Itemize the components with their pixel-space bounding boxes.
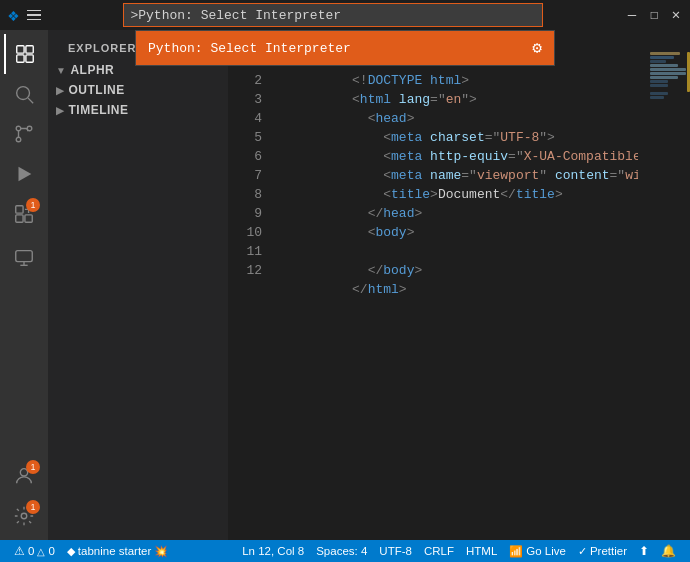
svg-rect-3 (26, 55, 33, 62)
tabnine-arrow: 💥 (154, 545, 168, 558)
extensions-badge: 1 (26, 198, 40, 212)
main-layout: 1 1 1 (0, 30, 690, 540)
editor-area: <> Solution Explorer.html › <> html 1234… (228, 30, 690, 540)
line-ending-label: CRLF (424, 545, 454, 557)
title-bar: ❖ ‒ ☐ ✕ (0, 0, 690, 30)
activity-item-source-control[interactable] (4, 114, 44, 154)
svg-rect-2 (17, 55, 24, 62)
sidebar-section-outline-label: OUTLINE (69, 83, 125, 97)
status-line-ending[interactable]: CRLF (418, 540, 460, 562)
sidebar-section-alphr-label: ALPHR (70, 63, 114, 77)
error-count: 0 (28, 545, 34, 557)
share-icon: ⬆ (639, 544, 649, 558)
prettier-label: Prettier (590, 545, 627, 557)
svg-rect-13 (16, 206, 23, 213)
svg-rect-11 (16, 215, 23, 222)
warning-count: 0 (48, 545, 54, 557)
error-zero: △ (37, 546, 45, 557)
svg-line-5 (28, 98, 33, 103)
svg-point-18 (21, 513, 27, 519)
activity-item-explorer[interactable] (4, 34, 44, 74)
status-tabnine[interactable]: ◆ tabnine starter 💥 (61, 540, 175, 562)
chevron-down-icon: ▼ (56, 65, 66, 76)
gear-icon[interactable]: ⚙ (532, 38, 542, 58)
status-language[interactable]: HTML (460, 540, 503, 562)
maximize-button[interactable]: ☐ (648, 9, 660, 21)
activity-item-search[interactable] (4, 74, 44, 114)
svg-rect-1 (26, 46, 33, 53)
status-bar-right: Ln 12, Col 8 Spaces: 4 UTF-8 CRLF HTML 📶… (236, 540, 682, 562)
cursor-position: Ln 12, Col 8 (242, 545, 304, 557)
svg-marker-9 (19, 167, 32, 182)
check-icon: ✓ (578, 545, 587, 558)
sidebar-section-timeline[interactable]: ▶ TIMELINE (48, 100, 228, 120)
close-button[interactable]: ✕ (670, 9, 682, 21)
vscode-icon: ❖ (8, 4, 19, 26)
error-icon: ⚠ (14, 544, 25, 558)
activity-bar-bottom: 1 1 (4, 456, 44, 540)
status-encoding[interactable]: UTF-8 (373, 540, 418, 562)
tabnine-icon: ◆ (67, 545, 75, 558)
minimize-button[interactable]: ‒ (626, 9, 638, 21)
activity-item-run[interactable] (4, 154, 44, 194)
status-go-live[interactable]: 📶 Go Live (503, 540, 572, 562)
line-numbers: 12345 678910 1112 (228, 52, 270, 540)
encoding-label: UTF-8 (379, 545, 412, 557)
activity-item-settings[interactable]: 1 (4, 496, 44, 536)
activity-item-remote[interactable] (4, 238, 44, 278)
svg-point-8 (16, 137, 21, 142)
bell-icon: 🔔 (661, 544, 676, 558)
svg-rect-0 (17, 46, 24, 53)
svg-rect-12 (25, 215, 32, 222)
accounts-badge: 1 (26, 460, 40, 474)
command-palette-dropdown[interactable]: Python: Select Interpreter ⚙ (135, 30, 555, 66)
status-share[interactable]: ⬆ (633, 540, 655, 562)
svg-point-4 (17, 87, 30, 100)
code-editor[interactable]: <!DOCTYPE html> <html lang="en"> <head> … (270, 52, 638, 540)
svg-point-6 (16, 126, 21, 131)
minimap (638, 52, 690, 540)
language-label: HTML (466, 545, 497, 557)
command-palette-input[interactable] (123, 3, 543, 27)
sidebar-section-outline[interactable]: ▶ OUTLINE (48, 80, 228, 100)
status-cursor[interactable]: Ln 12, Col 8 (236, 540, 310, 562)
tabnine-label: tabnine starter (78, 545, 152, 557)
sidebar: EXPLORER ▼ ALPHR ▶ OUTLINE ▶ TIMELINE (48, 30, 228, 540)
command-palette-wrap (41, 3, 626, 27)
chevron-right-icon: ▶ (56, 85, 65, 96)
svg-rect-14 (16, 251, 33, 262)
code-area[interactable]: 12345 678910 1112 <!DOCTYPE html> <html … (228, 52, 690, 540)
status-prettier[interactable]: ✓ Prettier (572, 540, 633, 562)
title-bar-controls: ‒ ☐ ✕ (626, 9, 682, 21)
command-palette-item[interactable]: Python: Select Interpreter ⚙ (136, 31, 554, 65)
activity-item-accounts[interactable]: 1 (4, 456, 44, 496)
command-palette-item-label: Python: Select Interpreter (148, 41, 351, 56)
wifi-icon: 📶 (509, 545, 523, 558)
settings-badge: 1 (26, 500, 40, 514)
status-spaces[interactable]: Spaces: 4 (310, 540, 373, 562)
chevron-right-icon-timeline: ▶ (56, 105, 65, 116)
sidebar-section-timeline-label: TIMELINE (69, 103, 129, 117)
minimap-content (650, 52, 690, 100)
activity-bar: 1 1 1 (0, 30, 48, 540)
status-errors[interactable]: ⚠ 0 △ 0 (8, 540, 61, 562)
status-bell[interactable]: 🔔 (655, 540, 682, 562)
menu-icon[interactable] (25, 7, 41, 23)
spaces-label: Spaces: 4 (316, 545, 367, 557)
go-live-label: Go Live (526, 545, 566, 557)
status-bar: ⚠ 0 △ 0 ◆ tabnine starter 💥 Ln 12, Col 8… (0, 540, 690, 562)
activity-item-extensions[interactable]: 1 (4, 194, 44, 234)
title-bar-left: ❖ (8, 4, 41, 26)
